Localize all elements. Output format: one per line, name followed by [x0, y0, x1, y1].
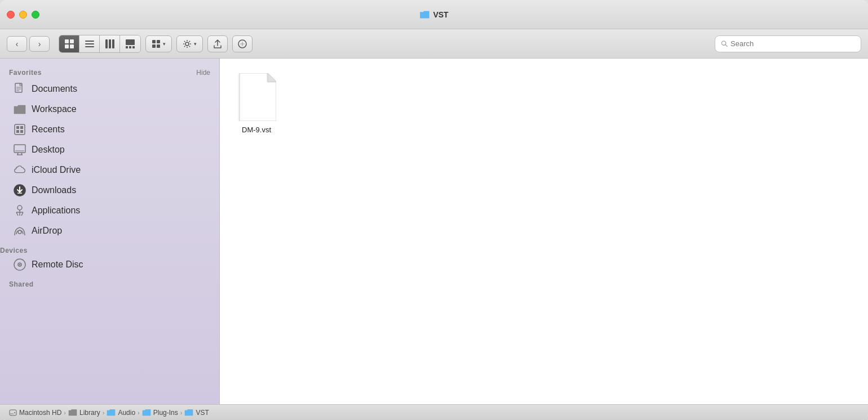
path-sep-2: ›	[103, 409, 105, 416]
favorites-section-header: Favorites Hide	[0, 65, 219, 79]
path-macintosh-hd[interactable]: Macintosh HD	[9, 409, 61, 417]
list-view-icon	[85, 39, 95, 49]
sidebar-item-downloads-label: Downloads	[32, 185, 76, 195]
svg-line-21	[725, 44, 727, 46]
path-sep-4: ›	[180, 409, 183, 416]
main-content: Favorites Hide Documents	[0, 59, 868, 404]
back-button[interactable]: ‹	[7, 36, 27, 52]
airdrop-icon	[14, 225, 26, 237]
svg-rect-28	[20, 126, 23, 129]
file-item-dm9-label: DM-9.vst	[242, 126, 271, 134]
hide-button[interactable]: Hide	[196, 69, 210, 77]
svg-point-40	[17, 205, 22, 210]
path-audio[interactable]: Audio	[107, 409, 135, 417]
view-mode-group	[59, 35, 141, 53]
svg-rect-6	[85, 46, 94, 47]
path-vst[interactable]: VST	[184, 409, 209, 417]
sidebar-item-applications[interactable]: Applications	[5, 201, 215, 220]
document-icon	[14, 83, 26, 95]
svg-rect-13	[132, 46, 135, 48]
gear-icon	[183, 39, 192, 48]
vst-folder-icon	[184, 409, 193, 416]
sidebar-item-workspace[interactable]: Workspace	[5, 100, 215, 119]
sidebar-item-desktop[interactable]: Desktop	[5, 140, 215, 159]
tag-button[interactable]	[232, 35, 253, 52]
svg-rect-1	[70, 39, 74, 43]
devices-title: Devices	[0, 247, 28, 254]
svg-rect-16	[152, 44, 156, 48]
svg-rect-17	[157, 44, 160, 48]
list-view-button[interactable]	[79, 35, 100, 52]
path-plug-ins-label: Plug-Ins	[153, 409, 178, 417]
search-input[interactable]	[730, 39, 855, 48]
svg-rect-2	[65, 44, 69, 48]
traffic-lights	[7, 11, 39, 19]
column-view-icon	[105, 39, 115, 49]
sidebar-item-desktop-label: Desktop	[32, 145, 65, 155]
svg-rect-12	[129, 46, 131, 48]
svg-rect-0	[65, 39, 69, 43]
toolbar: ‹ ›	[0, 29, 868, 59]
hd-icon	[9, 409, 17, 417]
library-folder-icon	[68, 409, 77, 416]
svg-rect-4	[85, 41, 94, 42]
devices-section-header: Devices	[0, 241, 219, 254]
svg-rect-8	[109, 39, 111, 48]
group-by-button[interactable]: ▾	[145, 35, 172, 52]
path-plug-ins[interactable]: Plug-Ins	[142, 409, 178, 417]
grid-arrange-icon	[152, 39, 161, 48]
svg-rect-31	[14, 145, 25, 153]
shared-title: Shared	[9, 280, 34, 288]
sidebar-item-airdrop-label: AirDrop	[32, 226, 62, 236]
path-library-label: Library	[79, 409, 100, 417]
sidebar-item-documents[interactable]: Documents	[5, 79, 215, 99]
tag-icon	[237, 39, 247, 49]
minimize-button[interactable]	[19, 11, 27, 19]
disc-icon	[14, 258, 26, 271]
svg-line-43	[16, 212, 18, 216]
nav-buttons: ‹ ›	[7, 36, 50, 52]
share-button[interactable]	[207, 35, 228, 52]
svg-rect-5	[85, 43, 94, 44]
path-sep-3: ›	[138, 409, 140, 416]
breadcrumb-path: Macintosh HD › Library › Audio ›	[9, 409, 209, 417]
gallery-view-button[interactable]	[120, 35, 140, 52]
path-macintosh-hd-label: Macintosh HD	[19, 409, 61, 417]
sidebar-item-airdrop[interactable]: AirDrop	[5, 221, 215, 240]
favorites-title: Favorites	[9, 69, 42, 77]
svg-rect-30	[20, 130, 23, 133]
svg-rect-10	[126, 39, 135, 45]
plug-ins-folder-icon	[142, 409, 151, 416]
column-view-button[interactable]	[100, 35, 120, 52]
sidebar-item-recents-label: Recents	[32, 124, 65, 135]
svg-rect-26	[15, 124, 25, 135]
settings-button[interactable]: ▾	[176, 35, 203, 52]
vst-file-icon	[237, 73, 276, 121]
svg-rect-9	[112, 39, 114, 48]
file-item-dm9[interactable]: DM-9.vst	[231, 70, 282, 137]
maximize-button[interactable]	[32, 11, 39, 19]
svg-point-50	[14, 412, 15, 413]
svg-rect-27	[16, 126, 19, 129]
sidebar-item-remote-disc[interactable]: Remote Disc	[5, 255, 215, 274]
path-library[interactable]: Library	[68, 409, 100, 417]
sidebar-item-icloud[interactable]: iCloud Drive	[5, 160, 215, 180]
svg-rect-7	[105, 39, 108, 48]
path-sep-1: ›	[64, 409, 66, 416]
close-button[interactable]	[7, 11, 15, 19]
downloads-icon	[14, 184, 26, 196]
sidebar-item-downloads[interactable]: Downloads	[5, 181, 215, 200]
forward-button[interactable]: ›	[29, 36, 50, 52]
search-box[interactable]	[715, 35, 861, 52]
svg-rect-14	[152, 40, 156, 43]
svg-point-48	[19, 264, 21, 266]
sidebar-item-recents[interactable]: Recents	[5, 120, 215, 139]
titlebar: VST	[0, 0, 868, 29]
icon-view-button[interactable]	[59, 35, 79, 52]
svg-rect-49	[10, 410, 16, 415]
sidebar-item-workspace-label: Workspace	[32, 104, 77, 114]
file-area: DM-9.vst	[220, 59, 868, 404]
audio-folder-icon	[107, 409, 116, 416]
statusbar: Macintosh HD › Library › Audio ›	[0, 404, 868, 420]
path-vst-label: VST	[196, 409, 209, 417]
